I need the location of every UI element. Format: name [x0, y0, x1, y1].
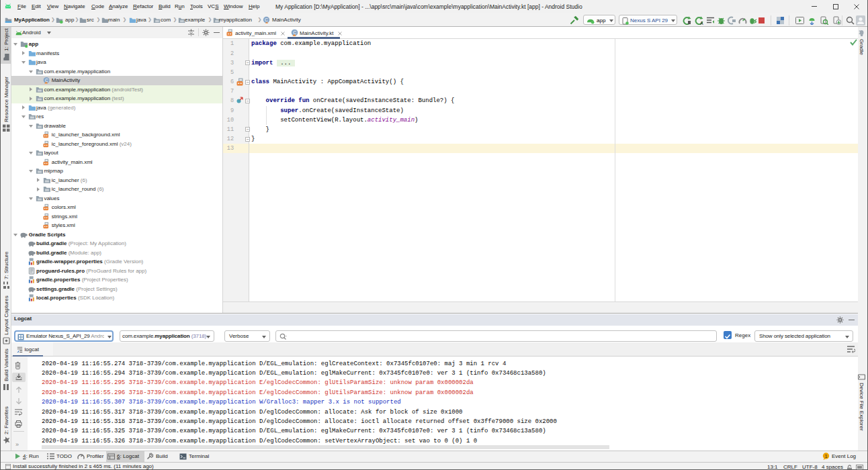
svg-text:A: A: [700, 21, 703, 25]
svg-text:1: 1: [824, 453, 827, 459]
svg-text:C: C: [265, 17, 268, 22]
